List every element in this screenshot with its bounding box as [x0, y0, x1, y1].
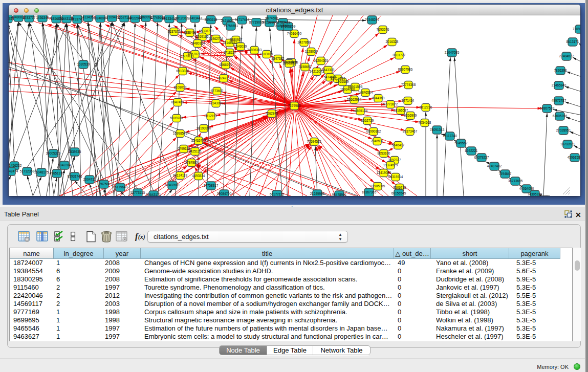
svg-text:87603859: 87603859: [281, 25, 296, 28]
svg-text:39084700: 39084700: [217, 192, 232, 195]
svg-text:2016328: 2016328: [386, 40, 399, 43]
svg-text:66319314: 66319314: [388, 175, 403, 179]
svg-text:49972787: 49972787: [552, 99, 567, 102]
svg-text:21456232: 21456232: [9, 164, 22, 167]
svg-text:1020539: 1020539: [77, 62, 90, 66]
svg-text:0366909: 0366909: [404, 114, 417, 117]
svg-text:47407482: 47407482: [487, 164, 502, 168]
svg-text:2388496: 2388496: [184, 31, 197, 34]
svg-text:2880957: 2880957: [230, 38, 243, 41]
svg-text:2624731: 2624731: [217, 76, 230, 80]
svg-text:7693676: 7693676: [377, 28, 389, 31]
svg-text:21465840: 21465840: [552, 83, 567, 87]
svg-text:36193990: 36193990: [197, 126, 211, 130]
svg-text:8506716: 8506716: [394, 186, 406, 189]
svg-text:28148932: 28148932: [223, 41, 237, 45]
svg-text:50643171: 50643171: [146, 193, 161, 196]
svg-text:21047095: 21047095: [445, 51, 460, 54]
svg-text:2004711: 2004711: [83, 178, 96, 181]
svg-text:8347382: 8347382: [272, 57, 285, 60]
svg-text:77694531: 77694531: [307, 140, 322, 143]
svg-text:72343098: 72343098: [209, 101, 224, 105]
svg-text:98478961: 98478961: [332, 193, 347, 196]
svg-text:06990162: 06990162: [366, 129, 381, 133]
svg-text:8267586: 8267586: [98, 182, 111, 186]
svg-text:8053100: 8053100: [378, 151, 390, 155]
svg-text:5045562: 5045562: [455, 141, 468, 145]
svg-text:2421024: 2421024: [221, 19, 234, 23]
svg-text:23662994: 23662994: [347, 98, 362, 101]
svg-text:7262849: 7262849: [266, 112, 278, 115]
svg-text:0103105: 0103105: [260, 52, 273, 56]
svg-text:83561595: 83561595: [348, 85, 363, 89]
svg-text:84124118: 84124118: [173, 173, 187, 177]
svg-text:36713695: 36713695: [508, 179, 523, 183]
svg-text:17758917: 17758917: [204, 184, 219, 187]
svg-text:74016400: 74016400: [287, 32, 302, 35]
svg-text:71756551: 71756551: [224, 24, 238, 28]
svg-text:51462704: 51462704: [209, 37, 224, 40]
svg-text:27484677: 27484677: [559, 54, 574, 58]
svg-text:8613171: 8613171: [567, 40, 579, 43]
svg-text:1839335: 1839335: [69, 150, 81, 154]
svg-text:21249985: 21249985: [310, 192, 325, 195]
svg-text:7543303: 7543303: [322, 68, 335, 72]
svg-text:2784980: 2784980: [185, 161, 198, 164]
svg-text:97403447: 97403447: [188, 16, 203, 20]
svg-text:44064090: 44064090: [519, 187, 534, 190]
svg-text:87719065: 87719065: [249, 20, 264, 24]
svg-text:70348247: 70348247: [365, 18, 380, 21]
svg-text:6562729: 6562729: [361, 119, 374, 122]
svg-text:58867533: 58867533: [540, 106, 555, 110]
svg-text:16117240: 16117240: [443, 134, 457, 138]
svg-text:16998543: 16998543: [173, 132, 188, 135]
svg-text:18702621: 18702621: [560, 142, 575, 146]
svg-text:9042284: 9042284: [58, 163, 71, 167]
svg-text:16048175: 16048175: [34, 170, 49, 174]
svg-text:27028951: 27028951: [556, 128, 571, 132]
svg-text:1718227: 1718227: [224, 51, 236, 54]
svg-text:2427868: 2427868: [298, 40, 311, 44]
svg-text:89373467: 89373467: [403, 129, 418, 133]
svg-text:5812236: 5812236: [420, 105, 432, 109]
svg-text:3471434: 3471434: [402, 99, 415, 102]
svg-text:7826398: 7826398: [554, 69, 567, 72]
svg-text:4493534: 4493534: [192, 174, 205, 178]
svg-text:8108013: 8108013: [174, 85, 187, 89]
svg-text:3493618: 3493618: [205, 18, 217, 21]
svg-text:66177115: 66177115: [270, 192, 284, 196]
svg-text:88957986: 88957986: [398, 68, 413, 71]
svg-text:53462475: 53462475: [191, 139, 206, 142]
svg-text:6566701: 6566701: [220, 63, 232, 67]
svg-text:5646417: 5646417: [392, 143, 405, 147]
svg-text:5674680: 5674680: [266, 16, 278, 20]
svg-text:9537672: 9537672: [168, 30, 181, 33]
svg-text:26179640: 26179640: [113, 185, 128, 189]
svg-text:24896383: 24896383: [247, 48, 262, 52]
svg-text:51712368: 51712368: [20, 169, 35, 173]
svg-text:63605766: 63605766: [553, 114, 568, 118]
svg-text:69379237: 69379237: [474, 156, 489, 159]
svg-text:39005329: 39005329: [46, 151, 61, 155]
svg-text:26204505: 26204505: [314, 59, 329, 62]
svg-text:02787429: 02787429: [276, 20, 291, 24]
svg-text:65328710: 65328710: [199, 29, 214, 33]
svg-text:18367365: 18367365: [362, 190, 377, 194]
svg-text:7594647: 7594647: [499, 172, 512, 176]
svg-text:12419049: 12419049: [377, 171, 391, 174]
svg-text:2269166: 2269166: [196, 35, 209, 38]
svg-text:0831727: 0831727: [393, 53, 406, 57]
svg-text:6783777: 6783777: [23, 16, 36, 19]
svg-text:2046537: 2046537: [371, 139, 384, 143]
svg-text:49651370: 49651370: [50, 171, 64, 175]
svg-text:6773602: 6773602: [211, 89, 224, 93]
svg-text:3200379: 3200379: [283, 61, 296, 65]
svg-text:53773515: 53773515: [130, 191, 145, 194]
svg-text:8692221: 8692221: [465, 149, 478, 152]
svg-text:0812191: 0812191: [205, 114, 217, 118]
svg-text:23166587: 23166587: [394, 108, 408, 112]
svg-text:71093248: 71093248: [573, 27, 580, 31]
svg-text:7054668: 7054668: [419, 121, 431, 124]
svg-text:5009788: 5009788: [170, 116, 183, 120]
svg-text:3158692: 3158692: [299, 65, 312, 69]
